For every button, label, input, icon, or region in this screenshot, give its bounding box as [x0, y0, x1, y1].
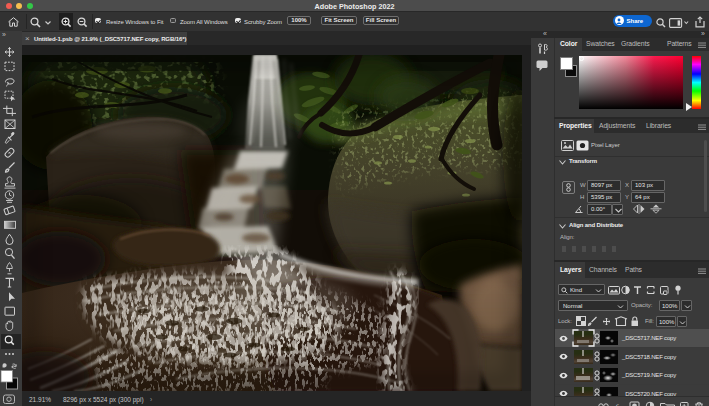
svg-text:fx: fx — [615, 402, 622, 406]
svg-text:»: » — [2, 31, 6, 38]
